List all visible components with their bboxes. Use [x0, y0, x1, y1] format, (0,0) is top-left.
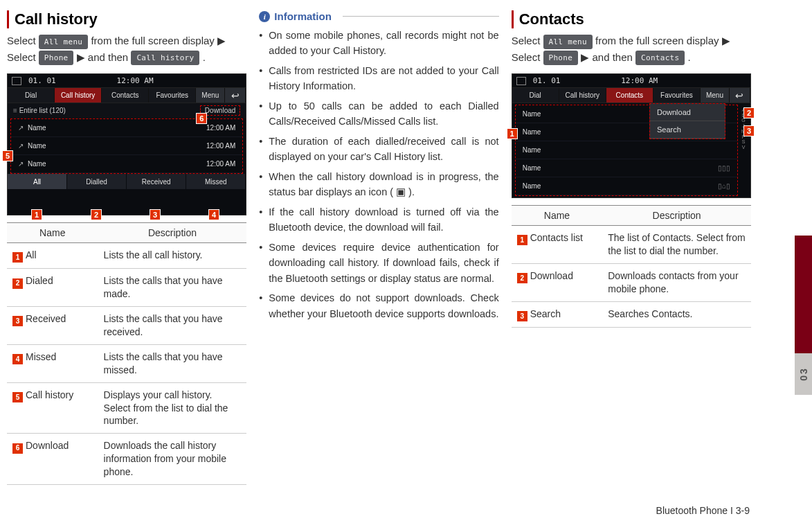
col-information: i Information On some mobile phones, cal…: [259, 10, 498, 516]
row-desc: Displays your call history. Select from …: [98, 382, 247, 434]
row-name: Name: [523, 164, 541, 172]
num-icon: 2: [517, 273, 527, 283]
info-item: When the call history download is in pro…: [259, 169, 498, 200]
tab-favourites[interactable]: Favourites: [653, 88, 701, 103]
back-icon[interactable]: ↩: [225, 88, 246, 103]
tab-dial[interactable]: Dial: [8, 88, 55, 103]
info-item: Some devices do not support downloads. C…: [259, 290, 498, 321]
info-item: The duration of each dialled/received ca…: [259, 134, 498, 165]
info-item: Up to 50 calls can be added to each Dial…: [259, 98, 498, 130]
row-name: Name: [523, 110, 541, 118]
row-name: Download: [530, 270, 573, 281]
side-tabs: 03: [758, 0, 812, 523]
row-time: 12:00 AM: [206, 124, 235, 132]
filter-all[interactable]: All: [8, 174, 67, 189]
txt: ▶ and then: [581, 51, 635, 63]
row-name: Call history: [26, 389, 73, 400]
row-desc: Lists the all call history.: [98, 243, 247, 269]
filter-dialled[interactable]: Dialled: [67, 174, 127, 189]
time: 12:00 AM: [567, 76, 712, 85]
col-call-history: Call history Select All menu from the fu…: [7, 10, 246, 516]
call-row[interactable]: ↗Name 12:00 AM: [11, 119, 242, 137]
btn-all-menu[interactable]: All menu: [543, 35, 593, 49]
num-icon: 6: [12, 443, 23, 454]
tab-menu[interactable]: Menu: [196, 88, 225, 103]
contact-row[interactable]: Name: [516, 141, 737, 159]
information-heading: i Information: [259, 10, 498, 22]
row-name: Name: [523, 182, 541, 190]
row-name: Dialed: [26, 275, 53, 286]
entire-list-label: Entire list (120): [19, 107, 66, 114]
home-icon: [516, 77, 526, 85]
row-name: Name: [28, 142, 46, 150]
row-name: Download: [26, 440, 69, 451]
info-list: On some mobile phones, call records migh…: [259, 28, 498, 321]
table-contacts: Name Description 1Contacts listThe list …: [512, 205, 751, 328]
num-icon: 5: [12, 392, 23, 402]
tab-contacts[interactable]: Contacts: [102, 88, 149, 103]
menu-download[interactable]: Download: [650, 104, 725, 121]
txt: .: [688, 51, 691, 63]
tab-favourites[interactable]: Favourites: [149, 88, 196, 103]
tab-dial[interactable]: Dial: [512, 88, 559, 103]
col-contacts: Contacts Select All menu from the full s…: [512, 10, 751, 516]
page-footer: Bluetooth Phone I 3-9: [656, 505, 750, 516]
info-item: If the call history download is turned o…: [259, 204, 498, 236]
badge-3: 3: [743, 125, 755, 136]
row-desc: Lists the calls that you have received.: [98, 307, 247, 345]
btn-phone[interactable]: Phone: [543, 51, 579, 65]
time: 12:00 AM: [63, 76, 208, 85]
row-name: Contacts list: [530, 232, 583, 243]
side-tab-active: [795, 236, 812, 353]
info-item: Some devices require device authenticati…: [259, 240, 498, 286]
th-name: Name: [7, 223, 98, 243]
contact-row[interactable]: Name▯▯▯: [516, 159, 737, 177]
info-icon: i: [259, 11, 270, 22]
contact-row[interactable]: Name▯⌂▯: [516, 177, 737, 195]
row-name: Name: [28, 160, 46, 168]
info-item: On some mobile phones, call records migh…: [259, 28, 498, 59]
row-time: 12:00 AM: [206, 142, 235, 150]
info-item: Calls from restricted IDs are not added …: [259, 63, 498, 94]
row-desc: The list of Contacts. Select from the li…: [602, 226, 751, 264]
side-tab-label: 03: [795, 353, 812, 395]
badge-1: 1: [507, 128, 518, 139]
row-desc: Downloads the call history information f…: [98, 434, 247, 485]
call-row[interactable]: ↗Name 12:00 AM: [11, 137, 242, 155]
btn-contacts[interactable]: Contacts: [635, 51, 685, 65]
row-desc: Lists the calls that you have made.: [98, 269, 247, 307]
row-desc: Lists the calls that you have missed.: [98, 344, 247, 382]
row-time: 12:00 AM: [206, 160, 235, 168]
tab-contacts[interactable]: Contacts: [606, 88, 653, 103]
screenshot-call-history: 01. 01 12:00 AM Dial Call history Contac…: [7, 73, 246, 215]
screenshot-contacts: 01. 01 12:00 AM Dial Call history Contac…: [512, 73, 751, 198]
row-name: Received: [26, 313, 66, 324]
txt: .: [203, 51, 206, 63]
menu-search[interactable]: Search: [650, 121, 725, 139]
filter-received[interactable]: Received: [127, 174, 186, 189]
tab-call-history[interactable]: Call history: [559, 88, 606, 103]
txt: Select: [7, 35, 39, 46]
num-icon: 1: [12, 252, 23, 263]
btn-phone[interactable]: Phone: [39, 51, 74, 65]
back-icon[interactable]: ↩: [730, 88, 750, 103]
badge-6: 6: [196, 113, 207, 124]
filter-missed[interactable]: Missed: [186, 174, 246, 189]
home-icon: [12, 77, 21, 85]
call-row[interactable]: ↗Name 12:00 AM: [11, 155, 242, 173]
btn-call-history[interactable]: Call history: [131, 51, 199, 65]
date: 01. 01: [533, 76, 561, 85]
menu-popup: Download Search: [649, 103, 725, 139]
tab-call-history[interactable]: Call history: [55, 88, 102, 103]
btn-all-menu[interactable]: All menu: [39, 35, 88, 49]
num-icon: 4: [12, 354, 23, 364]
heading-call-history: Call history: [7, 10, 246, 28]
txt: Select: [512, 35, 543, 46]
date: 01. 01: [28, 76, 56, 85]
num-icon: 2: [12, 278, 23, 289]
badge-5: 5: [2, 150, 13, 161]
tab-menu[interactable]: Menu: [701, 88, 730, 103]
table-call-history: Name Description 1AllLists the all call …: [7, 222, 246, 485]
th-name: Name: [512, 206, 603, 226]
badge-3: 3: [150, 209, 161, 220]
